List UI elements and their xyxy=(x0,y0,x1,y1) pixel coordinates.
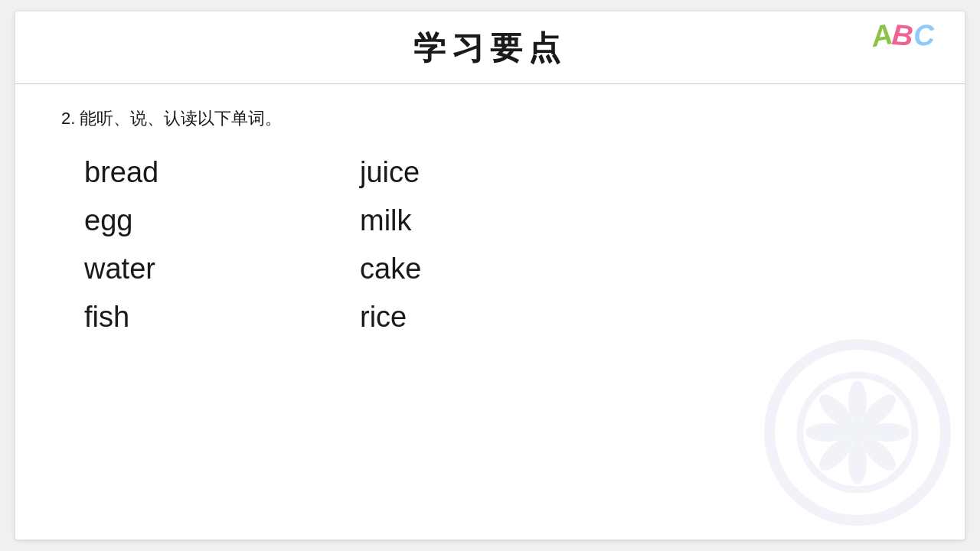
word-bread: bread xyxy=(84,148,360,197)
logo-letter-b: B xyxy=(890,20,914,51)
word-milk: milk xyxy=(360,197,635,245)
word-juice: juice xyxy=(360,148,635,197)
words-grid: bread juice egg milk water cake fish ric… xyxy=(84,148,919,341)
word-cake: cake xyxy=(360,245,635,293)
main-content: 2. 能听、说、认读以下单词。 bread juice egg milk wat… xyxy=(15,84,965,364)
abc-logo: A B C xyxy=(871,21,934,50)
instruction-text: 能听、说、认读以下单词。 xyxy=(80,109,282,128)
instruction-number: 2. xyxy=(61,109,75,128)
slide: 学习要点 A B C 2. 能听、说、认读以下单词。 bread juice e… xyxy=(15,11,965,540)
header: 学习要点 A B C xyxy=(15,11,965,84)
page-title: 学习要点 xyxy=(413,27,567,70)
word-fish: fish xyxy=(84,293,360,341)
watermark xyxy=(758,333,957,532)
svg-point-10 xyxy=(845,420,870,445)
word-water: water xyxy=(84,245,360,293)
word-rice: rice xyxy=(360,293,635,341)
word-egg: egg xyxy=(84,197,360,245)
logo-letter-c: C xyxy=(912,20,936,51)
instruction: 2. 能听、说、认读以下单词。 xyxy=(61,107,919,130)
